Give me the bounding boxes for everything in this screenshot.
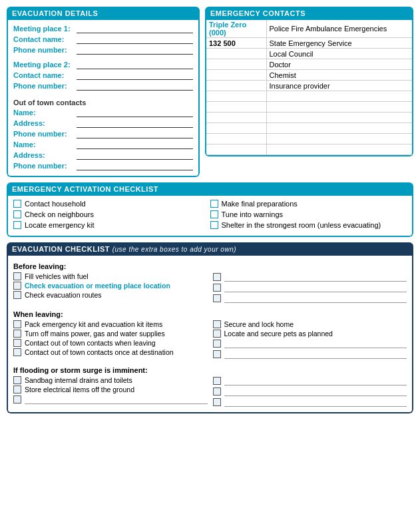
meeting-place-1-row: Meeting place 1:	[13, 24, 193, 33]
phone-1-row: Phone number:	[13, 45, 193, 55]
meeting-place-2-line[interactable]	[77, 60, 193, 69]
ec-row-2: Local Council	[206, 49, 412, 59]
ec-desc-1: State Emergency Service	[266, 38, 412, 49]
when-leaving-title: When leaving:	[13, 310, 407, 318]
evac-checklist-title: EVACUATION CHECKLIST	[12, 245, 110, 253]
phone-2-line[interactable]	[77, 81, 193, 91]
ec-number-6	[206, 91, 266, 102]
oot-name-2-line[interactable]	[77, 140, 193, 149]
flood-blank-checkbox-0[interactable]	[213, 377, 221, 385]
ec-number-3	[206, 59, 266, 70]
activation-checkbox-4[interactable]	[210, 210, 218, 218]
ec-desc-3: Doctor	[266, 59, 412, 70]
activation-label-3: Make final preparations	[222, 200, 298, 208]
contact-name-2-line[interactable]	[77, 71, 193, 80]
flood-blank-checkbox-left[interactable]	[13, 395, 21, 403]
contact-name-1-row: Contact name:	[13, 35, 193, 44]
activation-label-4: Tune into warnings	[222, 210, 284, 218]
activation-checkbox-3[interactable]	[210, 200, 218, 208]
before-blank-line-2	[224, 294, 407, 303]
flood-label-0: Sandbag internal drains and toilets	[25, 376, 132, 384]
flood-blank-line-2	[224, 397, 407, 407]
when-checkbox-1[interactable]	[13, 330, 21, 338]
contact-name-1-line[interactable]	[77, 35, 193, 44]
if-flooding-left: Sandbag internal drains and toilets Stor…	[13, 376, 208, 407]
when-right-0: Secure and lock home	[213, 320, 407, 328]
oot-name-1-line[interactable]	[77, 108, 193, 117]
when-blank-checkbox-1[interactable]	[213, 350, 221, 358]
evac-checklist-note: (use the extra boxes to add your own)	[112, 246, 236, 253]
ec-number-5	[206, 81, 266, 91]
ec-row-0: Triple Zero (000) Police Fire Ambulance …	[206, 20, 412, 38]
oot-name-2-label: Name:	[13, 140, 77, 148]
if-flooding-title: If flooding or storm surge is imminent:	[13, 366, 407, 374]
ec-number-9	[206, 123, 266, 134]
when-right-checkbox-0[interactable]	[213, 320, 221, 328]
activation-left-item-0: Contact household	[13, 200, 210, 208]
when-label-2: Contact out of town contacts when leavin…	[25, 339, 156, 347]
ec-row-1: 132 500 State Emergency Service	[206, 38, 412, 49]
phone-1-line[interactable]	[77, 45, 193, 55]
when-checkbox-0[interactable]	[13, 320, 21, 328]
flood-blank-2	[213, 397, 407, 407]
activation-checkbox-5[interactable]	[210, 221, 218, 229]
ec-row-11	[206, 144, 412, 155]
oot-phone-2-line[interactable]	[77, 161, 193, 170]
before-blank-checkbox-0[interactable]	[213, 273, 221, 281]
ec-number-1: 132 500	[206, 38, 266, 49]
ec-number-7	[206, 102, 266, 113]
flood-checkbox-1[interactable]	[13, 386, 21, 393]
emergency-contacts-table: Triple Zero (000) Police Fire Ambulance …	[206, 20, 412, 155]
flood-checkbox-0[interactable]	[13, 376, 21, 384]
evac-checklist-panel: EVACUATION CHECKLIST (use the extra boxe…	[7, 242, 413, 413]
when-blank-line-0	[224, 339, 407, 348]
before-blank-checkbox-2[interactable]	[213, 294, 221, 302]
activation-right-col: Make final preparations Tune into warnin…	[210, 200, 407, 232]
oot-address-1-label: Address:	[13, 119, 77, 127]
ec-desc-8	[266, 113, 412, 123]
activation-checkbox-2[interactable]	[13, 221, 21, 229]
before-label-2: Check evacuation routes	[25, 291, 102, 299]
flood-blank-left	[13, 395, 208, 404]
when-blank-line-1	[224, 350, 407, 359]
oot-address-1-line[interactable]	[77, 119, 193, 128]
oot-address-2-line[interactable]	[77, 150, 193, 160]
when-checkbox-2[interactable]	[13, 339, 21, 347]
before-checkbox-0[interactable]	[13, 272, 21, 280]
ec-row-7	[206, 102, 412, 113]
evac-details-body: Meeting place 1: Contact name: Phone num…	[7, 20, 200, 177]
flood-blank-checkbox-1[interactable]	[213, 388, 221, 395]
when-right-label-1: Locate and secure pets as planned	[224, 330, 333, 338]
oot-address-2-label: Address:	[13, 151, 77, 159]
when-blank-checkbox-0[interactable]	[213, 340, 221, 348]
activation-label-2: Locate emergency kit	[25, 221, 95, 229]
out-of-town-title: Out of town contacts	[13, 99, 193, 107]
activation-checkbox-1[interactable]	[13, 210, 21, 218]
when-blank-1	[213, 350, 407, 359]
oot-phone-1-line[interactable]	[77, 129, 193, 138]
flood-blank-line-left	[25, 395, 208, 404]
before-blank-checkbox-1[interactable]	[213, 284, 221, 292]
when-right-checkbox-1[interactable]	[213, 330, 221, 338]
ec-desc-0: Police Fire Ambulance Emergencies	[266, 20, 412, 38]
ec-row-9	[206, 123, 412, 134]
before-blank-0	[213, 272, 407, 282]
meeting-place-2-label: Meeting place 2:	[13, 61, 77, 69]
ec-desc-7	[266, 102, 412, 113]
meeting-place-1-line[interactable]	[77, 24, 193, 33]
when-checkbox-3[interactable]	[13, 348, 21, 356]
phone-2-row: Phone number:	[13, 81, 193, 91]
ec-desc-4: Chemist	[266, 70, 412, 81]
activation-right-item-0: Make final preparations	[210, 200, 407, 208]
activation-label-1: Check on neighbours	[25, 210, 94, 218]
ec-row-5: Insurance provider	[206, 81, 412, 91]
emergency-contacts-body: Triple Zero (000) Police Fire Ambulance …	[205, 20, 413, 156]
ec-number-10	[206, 134, 266, 144]
activation-checkbox-0[interactable]	[13, 200, 21, 208]
before-checkbox-1[interactable]	[13, 282, 21, 290]
ec-desc-9	[266, 123, 412, 134]
when-label-1: Turn off mains power, gas and water supp…	[25, 330, 165, 338]
flood-blank-checkbox-2[interactable]	[213, 398, 221, 406]
before-checkbox-2[interactable]	[13, 291, 21, 299]
ec-desc-10	[266, 134, 412, 144]
